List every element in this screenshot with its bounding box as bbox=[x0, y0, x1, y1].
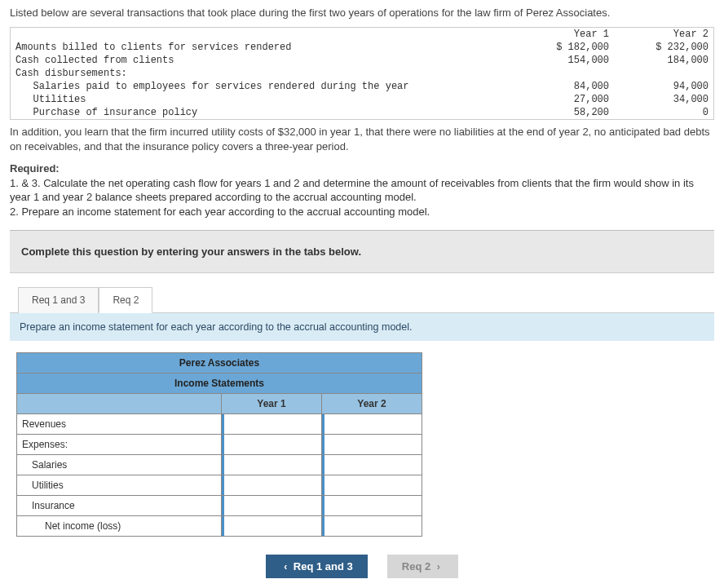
prev-button-label: Req 1 and 3 bbox=[294, 560, 353, 573]
prev-button[interactable]: ‹ Req 1 and 3 bbox=[266, 555, 368, 578]
next-button-label: Req 2 bbox=[402, 560, 430, 573]
table-row: Amounts billed to clients for services r… bbox=[11, 41, 714, 54]
income-company: Perez Associates bbox=[17, 353, 422, 374]
row-expenses: Expenses: bbox=[17, 435, 222, 455]
income-col-year2: Year 2 bbox=[322, 394, 422, 414]
required-line-2: 2. Prepare an income statement for each … bbox=[10, 205, 714, 219]
transactions-table: Year 1 Year 2 Amounts billed to clients … bbox=[10, 27, 714, 120]
table-row: Salaries paid to employees for services … bbox=[11, 80, 714, 93]
row-insurance: Insurance bbox=[17, 496, 222, 516]
input-salaries-y1[interactable] bbox=[222, 455, 322, 475]
required-title: Required: bbox=[10, 161, 714, 176]
income-title: Income Statements bbox=[17, 374, 422, 394]
tab-req-1-and-3[interactable]: Req 1 and 3 bbox=[18, 287, 99, 313]
instruction-box: Complete this question by entering your … bbox=[10, 231, 714, 273]
row-revenues: Revenues bbox=[17, 414, 222, 435]
chevron-left-icon: ‹ bbox=[280, 561, 290, 573]
col-year1: Year 1 bbox=[514, 28, 614, 42]
tab-instruction: Prepare an income statement for each yea… bbox=[10, 313, 714, 341]
row-utilities: Utilities bbox=[17, 475, 222, 496]
input-revenues-y1[interactable] bbox=[222, 414, 322, 435]
intro-text: Listed below are several transactions th… bbox=[10, 7, 714, 19]
input-netincome-y2[interactable] bbox=[322, 516, 422, 537]
input-expenses-y2[interactable] bbox=[322, 435, 422, 455]
input-revenues-y2[interactable] bbox=[322, 414, 422, 435]
additional-info: In addition, you learn that the firm inc… bbox=[10, 125, 714, 153]
table-row: Utilities 27,000 34,000 bbox=[11, 93, 714, 106]
input-insurance-y2[interactable] bbox=[322, 496, 422, 516]
input-insurance-y1[interactable] bbox=[222, 496, 322, 516]
input-netincome-y1[interactable] bbox=[222, 516, 322, 537]
income-col-year1: Year 1 bbox=[222, 394, 322, 414]
input-salaries-y2[interactable] bbox=[322, 455, 422, 475]
table-row: Purchase of insurance policy 58,200 0 bbox=[11, 106, 714, 120]
tab-req-2[interactable]: Req 2 bbox=[99, 287, 152, 313]
chevron-right-icon: › bbox=[434, 561, 444, 573]
input-utilities-y1[interactable] bbox=[222, 475, 322, 496]
tab-strip: Req 1 and 3 Req 2 bbox=[10, 273, 714, 312]
input-utilities-y2[interactable] bbox=[322, 475, 422, 496]
table-row: Cash disbursements: bbox=[11, 67, 714, 80]
next-button[interactable]: Req 2 › bbox=[387, 555, 458, 578]
input-expenses-y1[interactable] bbox=[222, 435, 322, 455]
income-statement-table: Perez Associates Income Statements Year … bbox=[16, 352, 422, 537]
required-line-1: 1. & 3. Calculate the net operating cash… bbox=[10, 176, 714, 205]
row-net-income: Net income (loss) bbox=[17, 516, 222, 537]
required-block: Required: 1. & 3. Calculate the net oper… bbox=[10, 161, 714, 219]
row-salaries: Salaries bbox=[17, 455, 222, 475]
table-row: Cash collected from clients 154,000 184,… bbox=[11, 54, 714, 67]
col-year2: Year 2 bbox=[614, 28, 714, 42]
